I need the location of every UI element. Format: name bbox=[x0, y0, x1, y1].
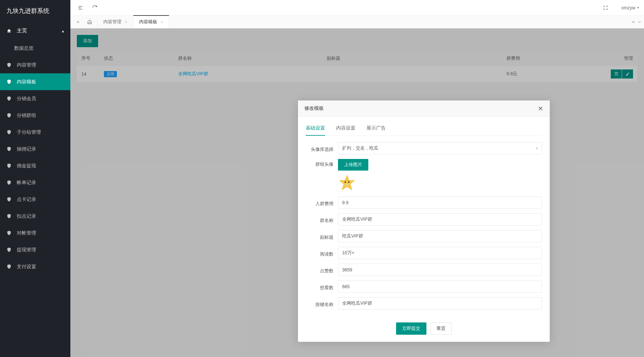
group-avatar-label: 群组头像 bbox=[306, 159, 338, 167]
sidebar-item-label: 支付设置 bbox=[17, 264, 36, 270]
close-icon[interactable]: ✕ bbox=[538, 105, 543, 112]
shield-check-icon bbox=[6, 62, 14, 68]
shield-check-icon bbox=[6, 264, 14, 269]
edit-template-modal: 修改模板 ✕ 基础设置内容设置展示广告 头像库选择 扩列，交友，吃瓜 ▾ bbox=[298, 100, 550, 342]
shield-check-icon bbox=[6, 180, 14, 185]
sidebar-item-label: 子分站管理 bbox=[17, 129, 41, 135]
sidebar-item-5[interactable]: 子分站管理 bbox=[0, 124, 70, 141]
tab-home[interactable] bbox=[82, 16, 97, 28]
join-fee-input[interactable] bbox=[338, 196, 542, 209]
sidebar-item-9[interactable]: 点卡记录 bbox=[0, 191, 70, 208]
sidebar-item-label: 点卡记录 bbox=[17, 196, 36, 203]
button-name-input[interactable] bbox=[338, 297, 542, 310]
sidebar-item-7[interactable]: 佣金提现 bbox=[0, 157, 70, 174]
join-fee-label: 入群费用 bbox=[306, 198, 338, 207]
sidebar-item-label: 分销群组 bbox=[17, 112, 36, 119]
content-area: 添加 序号状态群名称副标题群费用管理 14启用全网吃瓜VIP群9.9元宫 修改模… bbox=[70, 28, 644, 357]
tabs-prev-button[interactable] bbox=[74, 16, 82, 28]
chevron-down-icon: ▾ bbox=[637, 6, 639, 9]
sidebar-item-12[interactable]: 提现管理 bbox=[0, 241, 70, 258]
svg-point-2 bbox=[346, 184, 349, 186]
nav-group-home[interactable]: 主页 ▴ bbox=[0, 22, 70, 40]
button-name-label: 按键名称 bbox=[306, 299, 338, 308]
avatar-lib-value: 扩列，交友，吃瓜 bbox=[342, 145, 378, 151]
sidebar-item-label: 扣点记录 bbox=[17, 213, 36, 219]
modal-tab-1[interactable]: 内容设置 bbox=[336, 122, 355, 135]
reads-input[interactable] bbox=[338, 247, 542, 259]
sidebar-item-label: 内容模板 bbox=[17, 79, 36, 85]
user-name: xmzyw bbox=[621, 5, 635, 10]
shield-check-icon bbox=[6, 163, 14, 168]
sidebar-item-label: 分销会员 bbox=[17, 96, 36, 102]
sidebar-item-10[interactable]: 扣点记录 bbox=[0, 208, 70, 225]
main-area: xmzyw ▾ 内容管理×内容模板× 添加 bbox=[70, 0, 644, 357]
svg-point-1 bbox=[348, 182, 349, 183]
shield-check-icon bbox=[6, 130, 14, 135]
tab-bar: 内容管理×内容模板× bbox=[70, 16, 644, 28]
tabs-menu-button[interactable] bbox=[637, 20, 642, 24]
shield-check-icon bbox=[6, 230, 14, 236]
home-icon bbox=[6, 28, 14, 34]
shield-check-icon bbox=[6, 113, 14, 118]
modal-tabs: 基础设置内容设置展示广告 bbox=[306, 122, 542, 136]
likes-input[interactable] bbox=[338, 264, 542, 276]
user-menu[interactable]: xmzyw ▾ bbox=[621, 5, 639, 10]
shield-check-icon bbox=[6, 197, 14, 202]
shield-check-icon bbox=[6, 79, 14, 84]
subtitle-label: 副标题 bbox=[306, 232, 338, 240]
chevron-down-icon: ▾ bbox=[536, 146, 538, 151]
modal-tab-0[interactable]: 基础设置 bbox=[306, 122, 325, 136]
shield-check-icon bbox=[6, 247, 14, 252]
avatar-lib-select[interactable]: 扩列，交友，吃瓜 ▾ bbox=[338, 142, 542, 154]
tab-label: 内容模板 bbox=[139, 19, 157, 25]
sidebar-item-8[interactable]: 帐单记录 bbox=[0, 174, 70, 191]
submit-button[interactable]: 立即提交 bbox=[396, 322, 426, 335]
svg-point-0 bbox=[345, 182, 346, 183]
wants-input[interactable] bbox=[338, 280, 542, 293]
tab-item-0[interactable]: 内容管理× bbox=[97, 16, 133, 28]
likes-label: 点赞数 bbox=[306, 266, 338, 274]
reads-label: 阅读数 bbox=[306, 249, 338, 257]
tabs-next-button[interactable] bbox=[631, 20, 636, 24]
shield-check-icon bbox=[6, 214, 14, 219]
shield-check-icon bbox=[6, 96, 14, 101]
tab-item-1[interactable]: 内容模板× bbox=[133, 15, 169, 28]
sidebar-item-2[interactable]: 内容模板 bbox=[0, 73, 70, 90]
collapse-sidebar-button[interactable] bbox=[76, 3, 85, 13]
sidebar-item-label: 帐单记录 bbox=[17, 180, 36, 186]
reset-button[interactable]: 重置 bbox=[430, 322, 452, 335]
refresh-button[interactable] bbox=[90, 3, 99, 13]
sidebar-item-label: 对帐管理 bbox=[17, 230, 36, 236]
sidebar-item-1[interactable]: 内容管理 bbox=[0, 57, 70, 73]
tab-label: 内容管理 bbox=[103, 19, 121, 25]
sidebar-item-6[interactable]: 抽佣记录 bbox=[0, 141, 70, 157]
modal-footer: 立即提交 重置 bbox=[298, 317, 550, 342]
modal-header: 修改模板 ✕ bbox=[298, 100, 550, 117]
topbar: xmzyw ▾ bbox=[70, 0, 644, 16]
avatar-lib-label: 头像库选择 bbox=[306, 144, 338, 152]
sidebar-item-4[interactable]: 分销群组 bbox=[0, 107, 70, 124]
group-name-input[interactable] bbox=[338, 213, 542, 226]
star-emoji-icon bbox=[338, 174, 356, 192]
fullscreen-button[interactable] bbox=[601, 3, 610, 13]
group-name-label: 群名称 bbox=[306, 215, 338, 224]
upload-image-button[interactable]: 上传图片 bbox=[338, 159, 368, 171]
app-logo: 九块九进群系统 bbox=[0, 0, 70, 22]
modal-tab-2[interactable]: 展示广告 bbox=[366, 122, 386, 135]
subtitle-input[interactable] bbox=[338, 230, 542, 242]
sidebar-item-3[interactable]: 分销会员 bbox=[0, 90, 70, 107]
sidebar-item-11[interactable]: 对帐管理 bbox=[0, 225, 70, 241]
close-icon[interactable]: × bbox=[125, 19, 127, 25]
sidebar-item-label: 内容管理 bbox=[17, 62, 36, 68]
sidebar: 九块九进群系统 主页 ▴ 数据总览内容管理内容模板分销会员分销群组子分站管理抽佣… bbox=[0, 0, 70, 357]
sidebar-item-label: 数据总览 bbox=[14, 45, 34, 51]
sidebar-item-0[interactable]: 数据总览 bbox=[0, 40, 70, 57]
nav-group-label: 主页 bbox=[17, 27, 27, 34]
sidebar-item-label: 佣金提现 bbox=[17, 163, 36, 169]
modal-title: 修改模板 bbox=[304, 105, 324, 111]
sidebar-item-13[interactable]: 支付设置 bbox=[0, 258, 70, 275]
wants-label: 想看数 bbox=[306, 282, 338, 291]
sidebar-item-label: 提现管理 bbox=[17, 247, 36, 253]
avatar-preview bbox=[338, 174, 356, 192]
close-icon[interactable]: × bbox=[160, 19, 163, 25]
